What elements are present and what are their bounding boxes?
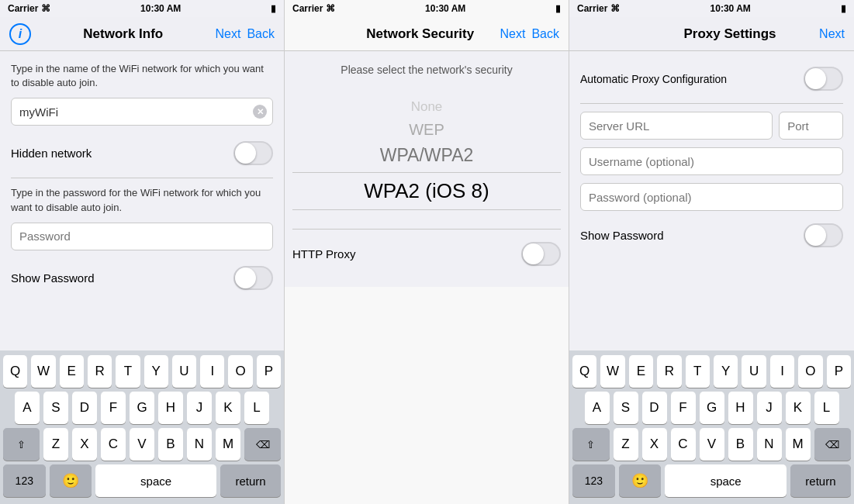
return-key-3[interactable]: return <box>790 464 851 497</box>
key-s3[interactable]: S <box>614 392 638 424</box>
key-q[interactable]: Q <box>3 355 27 388</box>
username-wrapper <box>580 147 843 175</box>
key-f[interactable]: F <box>101 392 126 424</box>
key-n3[interactable]: N <box>757 428 782 461</box>
key-w3[interactable]: W <box>600 355 624 388</box>
key-p3[interactable]: P <box>827 355 851 388</box>
delete-key-1[interactable]: ⌫ <box>244 428 281 461</box>
key-l[interactable]: L <box>244 392 269 424</box>
emoji-key-3[interactable]: 🙂 <box>619 464 662 497</box>
key-j[interactable]: J <box>187 392 212 424</box>
key-b3[interactable]: B <box>728 428 753 461</box>
key-f3[interactable]: F <box>671 392 696 424</box>
http-proxy-label: HTTP Proxy <box>292 247 355 261</box>
network-name-input[interactable] <box>11 98 273 126</box>
security-none[interactable]: None <box>292 96 561 118</box>
key-e3[interactable]: E <box>629 355 653 388</box>
key-l3[interactable]: L <box>814 392 839 424</box>
proxy-password-input[interactable] <box>580 183 843 211</box>
key-y3[interactable]: Y <box>714 355 738 388</box>
key-x[interactable]: X <box>72 428 97 461</box>
hidden-network-toggle[interactable] <box>233 141 273 165</box>
divider-1 <box>11 178 273 178</box>
key-o3[interactable]: O <box>798 355 822 388</box>
key-k3[interactable]: K <box>786 392 811 424</box>
status-bar-2: Carrier ⌘ 10:30 AM ▮ <box>285 0 569 17</box>
key-i3[interactable]: I <box>770 355 794 388</box>
nav-title-1: Network Info <box>83 26 163 42</box>
key-p[interactable]: P <box>257 355 281 388</box>
key-n[interactable]: N <box>187 428 212 461</box>
return-key-1[interactable]: return <box>220 464 281 497</box>
key-u3[interactable]: U <box>742 355 766 388</box>
key-i[interactable]: I <box>200 355 224 388</box>
key-h3[interactable]: H <box>728 392 753 424</box>
port-input[interactable] <box>779 112 843 140</box>
security-wep[interactable]: WEP <box>292 118 561 142</box>
key-r[interactable]: R <box>88 355 112 388</box>
http-proxy-toggle[interactable] <box>521 242 561 266</box>
key-c3[interactable]: C <box>671 428 696 461</box>
key-v[interactable]: V <box>130 428 154 461</box>
key-d3[interactable]: D <box>642 392 667 424</box>
info-icon[interactable]: i <box>9 23 31 45</box>
next-btn-1[interactable]: Next <box>216 27 241 41</box>
security-wpa2ios8[interactable]: WPA2 (iOS 8) <box>292 176 561 206</box>
key-x3[interactable]: X <box>642 428 667 461</box>
key-g[interactable]: G <box>130 392 154 424</box>
key-h[interactable]: H <box>158 392 183 424</box>
key-z[interactable]: Z <box>43 428 68 461</box>
key-o[interactable]: O <box>228 355 252 388</box>
key-t[interactable]: T <box>116 355 140 388</box>
key-a[interactable]: A <box>15 392 40 424</box>
back-btn-1[interactable]: Back <box>247 27 275 41</box>
space-key-3[interactable]: space <box>665 464 786 497</box>
space-key-1[interactable]: space <box>95 464 216 497</box>
show-password-toggle-1[interactable] <box>233 266 273 290</box>
num-key-1[interactable]: 123 <box>3 464 46 497</box>
key-m3[interactable]: M <box>786 428 811 461</box>
num-key-3[interactable]: 123 <box>572 464 615 497</box>
next-btn-2[interactable]: Next <box>500 27 526 41</box>
shift-key-1[interactable]: ⇧ <box>3 428 40 461</box>
status-left-3: Carrier ⌘ <box>577 3 620 14</box>
next-btn-3[interactable]: Next <box>819 27 845 41</box>
server-url-input[interactable] <box>580 112 773 140</box>
clear-btn[interactable]: ✕ <box>253 105 267 119</box>
emoji-key-1[interactable]: 🙂 <box>50 464 92 497</box>
key-v3[interactable]: V <box>700 428 724 461</box>
back-btn-2[interactable]: Back <box>531 27 559 41</box>
key-r3[interactable]: R <box>657 355 681 388</box>
key-c[interactable]: C <box>101 428 126 461</box>
auto-proxy-toggle[interactable] <box>804 67 843 91</box>
key-z3[interactable]: Z <box>614 428 638 461</box>
wifi-icon-1: ⌘ <box>41 3 50 14</box>
key-y[interactable]: Y <box>144 355 168 388</box>
key-u[interactable]: U <box>172 355 196 388</box>
username-input[interactable] <box>580 147 843 175</box>
key-row-z3: ⇧ Z X C V B N M ⌫ <box>572 428 851 461</box>
nav-bar-3: Proxy Settings Next <box>569 17 854 51</box>
key-m[interactable]: M <box>216 428 240 461</box>
key-w[interactable]: W <box>31 355 55 388</box>
key-s[interactable]: S <box>43 392 68 424</box>
key-j3[interactable]: J <box>757 392 782 424</box>
divider-3 <box>580 103 843 104</box>
shift-key-3[interactable]: ⇧ <box>572 428 610 461</box>
carrier-label-1: Carrier <box>8 3 38 14</box>
content-3: Automatic Proxy Configuration Show Passw… <box>569 51 854 350</box>
key-d[interactable]: D <box>72 392 97 424</box>
key-g3[interactable]: G <box>700 392 724 424</box>
show-password-toggle-3[interactable] <box>804 223 843 247</box>
security-wpawpa2[interactable]: WPA/WPA2 <box>292 142 561 169</box>
key-t3[interactable]: T <box>686 355 710 388</box>
delete-key-3[interactable]: ⌫ <box>814 428 852 461</box>
password-input-1[interactable] <box>11 223 273 250</box>
key-b[interactable]: B <box>158 428 183 461</box>
show-password-row-1: Show Password <box>11 261 273 295</box>
key-k[interactable]: K <box>216 392 240 424</box>
key-e[interactable]: E <box>60 355 84 388</box>
key-q3[interactable]: Q <box>572 355 596 388</box>
network-security-panel: Carrier ⌘ 10:30 AM ▮ Network Security Ne… <box>285 0 569 504</box>
key-a3[interactable]: A <box>585 392 610 424</box>
